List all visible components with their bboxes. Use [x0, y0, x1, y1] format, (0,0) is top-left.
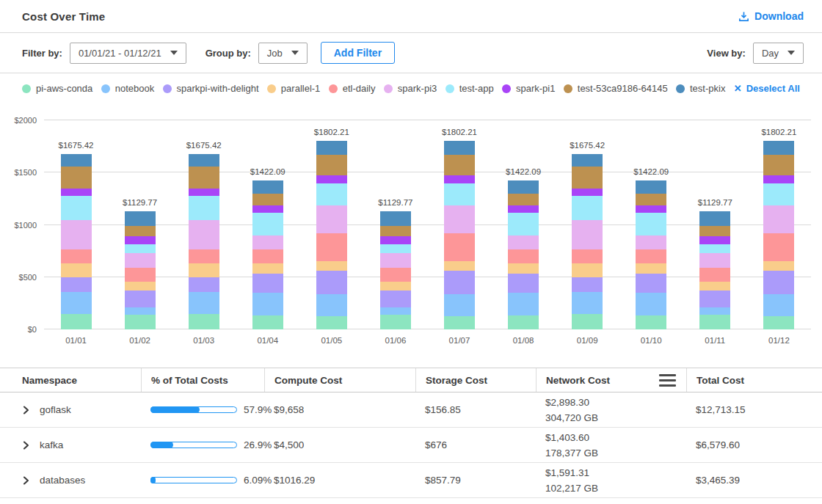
bar-segment-spark-pi1[interactable] — [252, 205, 283, 213]
bar-segment-test-app[interactable] — [508, 213, 539, 235]
bar-segment-parallel-1[interactable] — [572, 263, 603, 277]
bar-segment-parallel-1[interactable] — [125, 282, 156, 291]
bar-segment-sparkpi-with-delight[interactable] — [189, 277, 219, 293]
download-button[interactable]: Download — [738, 10, 804, 22]
bar-segment-pi-aws-conda[interactable] — [444, 316, 475, 329]
bar-segment-pi-aws-conda[interactable] — [572, 314, 603, 329]
bar-segment-test-app[interactable] — [61, 196, 92, 220]
bar-segment-spark-pi3[interactable] — [252, 235, 283, 249]
bar-segment-notebook[interactable] — [316, 294, 347, 316]
bar-segment-pi-aws-conda[interactable] — [380, 315, 411, 329]
bar-segment-pi-aws-conda[interactable] — [636, 315, 666, 329]
stacked-bar[interactable] — [125, 211, 156, 329]
bar-segment-sparkpi-with-delight[interactable] — [125, 291, 156, 307]
bar-segment-etl-daily[interactable] — [763, 233, 794, 261]
bar-segment-sparkpi-with-delight[interactable] — [252, 274, 283, 293]
bar-segment-etl-daily[interactable] — [572, 249, 603, 264]
bar-segment-parallel-1[interactable] — [252, 263, 283, 274]
view-by-select[interactable]: Day — [753, 43, 804, 64]
bar-segment-spark-pi1[interactable] — [380, 236, 411, 244]
bar-segment-sparkpi-with-delight[interactable] — [572, 277, 603, 293]
bar-segment-pi-aws-conda[interactable] — [125, 315, 156, 329]
bar-segment-test-53ca9186-64145[interactable] — [125, 226, 156, 236]
bar-segment-spark-pi3[interactable] — [508, 235, 539, 249]
bar-segment-pi-aws-conda[interactable] — [61, 314, 92, 329]
bar-segment-test-app[interactable] — [125, 244, 156, 254]
bar-segment-test-app[interactable] — [252, 213, 283, 235]
legend-item-spark-pi1[interactable]: spark-pi1 — [502, 83, 555, 94]
legend-item-test-app[interactable]: test-app — [445, 83, 494, 94]
bar-segment-spark-pi1[interactable] — [316, 175, 347, 183]
bar-segment-spark-pi3[interactable] — [125, 253, 156, 268]
bar-segment-test-pkix[interactable] — [125, 211, 156, 226]
bar-segment-pi-aws-conda[interactable] — [699, 315, 730, 329]
bar-segment-notebook[interactable] — [380, 307, 411, 315]
legend-item-pi-aws-conda[interactable]: pi-aws-conda — [22, 83, 92, 94]
bar-segment-etl-daily[interactable] — [699, 268, 730, 282]
bar-segment-spark-pi3[interactable] — [699, 253, 730, 268]
bar-segment-test-app[interactable] — [380, 244, 411, 254]
stacked-bar[interactable] — [380, 211, 411, 329]
bar-segment-test-app[interactable] — [763, 183, 794, 205]
bar-segment-sparkpi-with-delight[interactable] — [61, 277, 92, 293]
bar-segment-notebook[interactable] — [636, 293, 666, 315]
bar-segment-spark-pi1[interactable] — [508, 205, 539, 213]
bar-segment-spark-pi3[interactable] — [61, 220, 92, 249]
bar-segment-parallel-1[interactable] — [699, 282, 730, 291]
bar-segment-parallel-1[interactable] — [636, 263, 666, 274]
bar-segment-notebook[interactable] — [763, 294, 794, 316]
bar-segment-etl-daily[interactable] — [636, 249, 666, 263]
bar-segment-test-app[interactable] — [699, 244, 730, 254]
bar-segment-test-pkix[interactable] — [572, 154, 603, 167]
legend-item-notebook[interactable]: notebook — [101, 83, 155, 94]
bar-segment-etl-daily[interactable] — [508, 249, 539, 263]
bar-segment-test-53ca9186-64145[interactable] — [189, 167, 219, 189]
legend-item-parallel-1[interactable]: parallel-1 — [267, 83, 320, 94]
bar-segment-etl-daily[interactable] — [316, 233, 347, 261]
bar-segment-parallel-1[interactable] — [189, 263, 219, 277]
bar-segment-spark-pi3[interactable] — [763, 205, 794, 233]
bar-segment-test-app[interactable] — [636, 213, 666, 235]
bar-segment-spark-pi3[interactable] — [636, 235, 666, 249]
bar-segment-notebook[interactable] — [252, 293, 283, 315]
stacked-bar[interactable] — [508, 180, 539, 329]
bar-segment-parallel-1[interactable] — [380, 282, 411, 291]
bar-segment-notebook[interactable] — [444, 294, 475, 316]
bar-segment-sparkpi-with-delight[interactable] — [763, 271, 794, 294]
bar-segment-test-53ca9186-64145[interactable] — [380, 226, 411, 236]
bar-segment-notebook[interactable] — [572, 292, 603, 314]
stacked-bar[interactable] — [636, 180, 666, 329]
stacked-bar[interactable] — [316, 141, 347, 329]
bar-segment-notebook[interactable] — [189, 292, 219, 314]
bar-segment-test-pkix[interactable] — [61, 154, 92, 167]
bar-segment-test-pkix[interactable] — [636, 180, 666, 194]
bar-segment-etl-daily[interactable] — [380, 268, 411, 282]
bar-segment-spark-pi1[interactable] — [444, 175, 475, 183]
bar-segment-parallel-1[interactable] — [444, 261, 475, 271]
stacked-bar[interactable] — [572, 154, 603, 329]
bar-segment-test-53ca9186-64145[interactable] — [508, 194, 539, 205]
bar-segment-sparkpi-with-delight[interactable] — [699, 291, 730, 307]
bar-segment-spark-pi1[interactable] — [572, 189, 603, 196]
bar-segment-spark-pi3[interactable] — [444, 205, 475, 233]
bar-segment-test-pkix[interactable] — [189, 154, 219, 167]
bar-segment-test-pkix[interactable] — [252, 180, 283, 194]
bar-segment-test-pkix[interactable] — [316, 141, 347, 155]
bar-segment-spark-pi3[interactable] — [316, 205, 347, 233]
bar-segment-test-53ca9186-64145[interactable] — [572, 167, 603, 189]
bar-segment-pi-aws-conda[interactable] — [189, 314, 219, 329]
bar-segment-sparkpi-with-delight[interactable] — [444, 271, 475, 294]
bar-segment-notebook[interactable] — [125, 307, 156, 315]
bar-segment-pi-aws-conda[interactable] — [316, 316, 347, 329]
bar-segment-test-app[interactable] — [189, 196, 219, 220]
bar-segment-test-pkix[interactable] — [444, 141, 475, 155]
bar-segment-spark-pi3[interactable] — [189, 220, 219, 249]
bar-segment-spark-pi3[interactable] — [572, 220, 603, 249]
expand-chevron-icon[interactable] — [22, 406, 30, 414]
stacked-bar[interactable] — [763, 141, 794, 329]
bar-segment-etl-daily[interactable] — [125, 268, 156, 282]
bar-segment-test-app[interactable] — [572, 196, 603, 220]
deselect-all-button[interactable]: ✕ Deselect All — [734, 83, 800, 94]
bar-segment-test-app[interactable] — [316, 183, 347, 205]
bar-segment-test-53ca9186-64145[interactable] — [252, 194, 283, 205]
